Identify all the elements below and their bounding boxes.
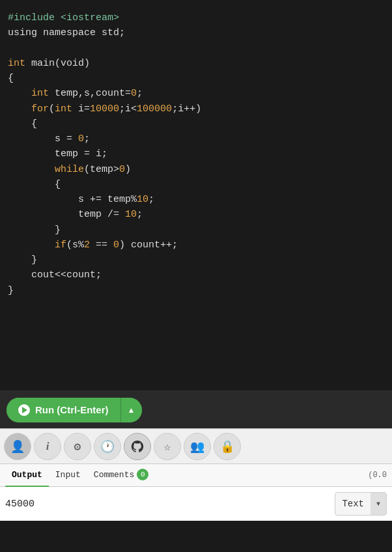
gear-icon: ⚙ xyxy=(74,439,81,454)
clock-icon-button[interactable]: 🕐 xyxy=(94,433,121,460)
code-line-15: } xyxy=(8,223,384,238)
code-line-9: s = 0; xyxy=(8,131,384,146)
run-dropdown-button[interactable]: ▲ xyxy=(121,398,142,422)
code-line-3 xyxy=(8,41,384,56)
star-icon: ☆ xyxy=(164,439,171,454)
group-icon-button[interactable]: 👥 xyxy=(184,433,211,460)
github-icon-button[interactable] xyxy=(124,433,151,460)
text-select-group[interactable]: Text ▼ xyxy=(335,492,387,516)
text-select-label: Text xyxy=(335,499,371,509)
input-tab-label: Input xyxy=(55,470,81,480)
run-button[interactable]: Run (Ctrl-Enter) xyxy=(7,398,121,422)
code-line-19: } xyxy=(8,283,384,298)
output-result-area: 45000 Text ▼ xyxy=(0,487,392,521)
tab-comments[interactable]: Comments 0 xyxy=(87,463,155,487)
clock-icon: 🕐 xyxy=(100,439,115,454)
text-select-arrow[interactable]: ▼ xyxy=(371,492,386,516)
code-line-18: cout<<count; xyxy=(8,268,384,283)
code-line-17: } xyxy=(8,253,384,268)
comments-tab-label: Comments xyxy=(94,470,134,480)
run-button-group[interactable]: Run (Ctrl-Enter) ▲ xyxy=(7,398,142,422)
icons-bar: 👤 i ⚙ 🕐 ☆ 👥 🔒 xyxy=(0,428,392,463)
lock-icon: 🔒 xyxy=(220,439,234,454)
code-editor[interactable]: #include <iostream> using namespace std;… xyxy=(0,0,392,391)
code-line-1: #include <iostream> xyxy=(8,10,384,25)
github-icon xyxy=(130,439,145,454)
code-line-12: { xyxy=(8,177,384,192)
info-icon-button[interactable]: i xyxy=(34,433,61,460)
star-icon-button[interactable]: ☆ xyxy=(154,433,181,460)
output-tab-label: Output xyxy=(12,470,42,480)
code-line-4: int main(void) xyxy=(8,56,384,71)
code-line-16: if(s%2 == 0) count++; xyxy=(8,238,384,253)
comments-count: 0 xyxy=(141,471,145,478)
play-triangle xyxy=(22,407,27,413)
user-icon-button[interactable]: 👤 xyxy=(4,433,31,460)
code-line-14: temp /= 10; xyxy=(8,207,384,222)
code-line-8: { xyxy=(8,117,384,131)
code-line-13: s += temp%10; xyxy=(8,192,384,207)
toolbar: Run (Ctrl-Enter) ▲ xyxy=(0,391,392,428)
code-line-5: { xyxy=(8,71,384,86)
code-line-7: for(int i=10000;i<100000;i++) xyxy=(8,102,384,117)
comments-badge: 0 xyxy=(137,469,148,480)
run-label: Run (Ctrl-Enter) xyxy=(35,404,109,415)
chevron-up-icon: ▲ xyxy=(128,406,135,415)
settings-icon-button[interactable]: ⚙ xyxy=(64,433,91,460)
time-display: (0.0 xyxy=(368,471,387,480)
group-icon: 👥 xyxy=(190,439,204,454)
output-value: 45000 xyxy=(5,499,335,510)
output-tabs-bar: Output Input Comments 0 (0.0 xyxy=(0,463,392,487)
tab-output[interactable]: Output xyxy=(5,463,49,487)
code-line-2: using namespace std; xyxy=(8,25,384,40)
lock-icon-button[interactable]: 🔒 xyxy=(214,433,241,460)
time-label: (0.0 xyxy=(368,471,387,480)
code-line-6: int temp,s,count=0; xyxy=(8,86,384,101)
code-line-10: temp = i; xyxy=(8,146,384,161)
code-line-11: while(temp>0) xyxy=(8,162,384,177)
tab-input[interactable]: Input xyxy=(49,463,87,487)
user-icon: 👤 xyxy=(10,439,25,454)
play-icon xyxy=(18,404,30,416)
info-icon: i xyxy=(46,440,49,453)
